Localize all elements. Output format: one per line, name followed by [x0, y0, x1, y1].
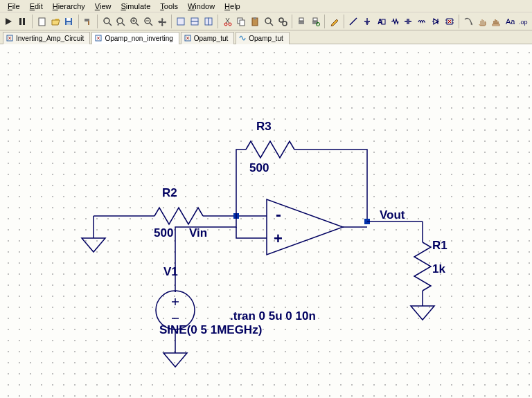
svg-line-10 — [109, 23, 112, 26]
svg-rect-22 — [205, 18, 209, 25]
menu-file[interactable]: File — [3, 1, 25, 11]
ground-button[interactable] — [361, 14, 374, 29]
svg-text:-: - — [276, 205, 281, 224]
svg-rect-8 — [88, 21, 89, 25]
svg-rect-35 — [299, 18, 303, 21]
waveform-icon — [239, 35, 246, 42]
svg-rect-5 — [66, 18, 71, 21]
svg-rect-1 — [19, 18, 21, 25]
pencil-button[interactable] — [328, 14, 341, 29]
r3-value-label[interactable]: 500 — [249, 161, 269, 174]
svg-rect-2 — [23, 18, 25, 25]
pan-button[interactable] — [155, 14, 168, 29]
r2-resistor[interactable] — [154, 208, 203, 224]
tab-opamp-non-inverting[interactable]: Opamp_non_inverting — [91, 32, 179, 44]
r1-name-label[interactable]: R1 — [432, 239, 447, 252]
svg-point-9 — [104, 18, 109, 24]
resistor-button[interactable] — [388, 14, 401, 29]
print-setup-button[interactable] — [309, 14, 322, 29]
capacitor-button[interactable] — [402, 14, 415, 29]
spice-button[interactable]: .op — [517, 14, 530, 29]
wire[interactable] — [236, 227, 267, 238]
r3-name-label[interactable]: R3 — [256, 120, 272, 133]
zoom-back-button[interactable] — [114, 14, 127, 29]
svg-rect-34 — [299, 21, 304, 24]
menu-bar: File Edit Hierarchy View Simulate Tools … — [0, 0, 532, 12]
separator — [459, 15, 459, 28]
svg-rect-42 — [493, 24, 499, 26]
svg-point-11 — [117, 18, 123, 24]
r3-resistor[interactable] — [246, 141, 294, 158]
svg-rect-37 — [313, 18, 317, 21]
wire[interactable] — [236, 150, 246, 216]
schematic-icon — [95, 35, 102, 42]
wire-button[interactable] — [347, 14, 360, 29]
pause-button[interactable] — [16, 14, 29, 29]
svg-point-30 — [265, 18, 271, 24]
separator — [218, 15, 218, 28]
tile3-button[interactable] — [202, 14, 215, 29]
print-button[interactable] — [295, 14, 308, 29]
move-button[interactable] — [462, 14, 475, 29]
find-next-button[interactable] — [276, 14, 289, 29]
r2-name-label[interactable]: R2 — [162, 186, 177, 199]
r1-value-label[interactable]: 1k — [432, 262, 445, 275]
diode-button[interactable] — [429, 14, 443, 29]
zoom-in-button[interactable] — [128, 14, 141, 29]
cut-button[interactable] — [221, 14, 234, 29]
save-button[interactable] — [62, 14, 76, 29]
ground-r1[interactable] — [411, 306, 434, 320]
tab-label: Opamp_tut — [249, 35, 283, 42]
copy-button[interactable] — [235, 14, 248, 29]
vout-label[interactable]: Vout — [380, 208, 405, 221]
tran-directive[interactable]: .tran 0 5u 0 10n — [230, 309, 316, 323]
schematic-canvas[interactable]: R2 500 Vin R3 500 - + Vout — [0, 44, 532, 398]
menu-window[interactable]: Window — [183, 1, 220, 11]
vin-label[interactable]: Vin — [189, 226, 207, 239]
component-button[interactable] — [443, 14, 456, 29]
wire[interactable] — [294, 150, 367, 221]
label-button[interactable]: A — [375, 14, 388, 29]
tab-inverting-amp[interactable]: Inverting_Amp_Circuit — [3, 32, 90, 44]
tile1-button[interactable] — [175, 14, 188, 29]
svg-text:Aa: Aa — [506, 17, 515, 26]
svg-line-18 — [150, 23, 152, 26]
ground-v1[interactable] — [163, 353, 187, 367]
sine-directive[interactable]: SINE(0 5 1MEGHz) — [159, 323, 262, 336]
tab-strip: Inverting_Amp_Circuit Opamp_non_invertin… — [0, 30, 532, 44]
menu-hierarchy[interactable]: Hierarchy — [48, 1, 90, 11]
tab-label: Opamp_tut — [194, 35, 228, 42]
menu-edit[interactable]: Edit — [25, 1, 48, 11]
paste-button[interactable] — [249, 14, 262, 29]
hammer-button[interactable] — [82, 14, 95, 29]
wire[interactable] — [175, 216, 236, 292]
run-button[interactable] — [2, 14, 15, 29]
inductor-button[interactable] — [416, 14, 429, 29]
new-button[interactable] — [35, 14, 48, 29]
hand-button[interactable] — [476, 14, 489, 29]
find-button[interactable] — [263, 14, 276, 29]
tab-opamp-tut-sch[interactable]: Opamp_tut — [181, 32, 234, 44]
svg-rect-21 — [191, 21, 198, 25]
drag-button[interactable] — [490, 14, 503, 29]
svg-point-33 — [283, 21, 287, 26]
separator — [32, 15, 33, 28]
zoom-window-button[interactable] — [100, 14, 114, 29]
menu-simulate[interactable]: Simulate — [116, 1, 155, 11]
open-button[interactable] — [48, 14, 62, 29]
ground-left[interactable] — [82, 216, 105, 252]
text-button[interactable]: Aa — [503, 14, 516, 29]
menu-view[interactable]: View — [90, 1, 116, 11]
menu-tools[interactable]: Tools — [155, 1, 183, 11]
svg-rect-29 — [254, 17, 256, 19]
svg-point-32 — [279, 18, 283, 22]
schematic-icon — [6, 35, 13, 42]
r1-resistor[interactable] — [414, 242, 431, 291]
opamp[interactable]: - + — [267, 199, 343, 255]
menu-help[interactable]: Help — [220, 1, 245, 11]
zoom-out-button[interactable] — [142, 14, 155, 29]
tab-opamp-tut-wave[interactable]: Opamp_tut — [236, 32, 289, 44]
v1-name-label[interactable]: V1 — [163, 265, 178, 278]
r2-value-label[interactable]: 500 — [154, 226, 173, 239]
tile2-button[interactable] — [188, 14, 202, 29]
